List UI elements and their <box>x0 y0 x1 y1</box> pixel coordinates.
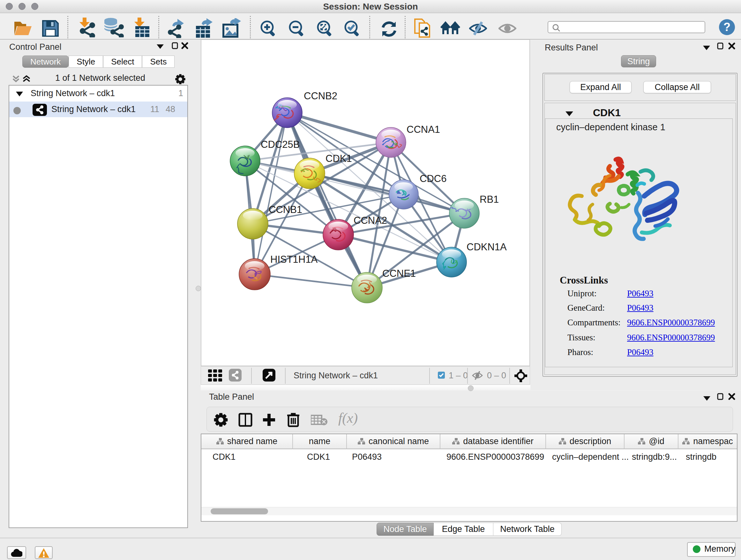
svg-text:CCNB1: CCNB1 <box>269 204 302 215</box>
svg-text:CCNE1: CCNE1 <box>382 268 416 279</box>
svg-text:CCNA1: CCNA1 <box>407 124 440 135</box>
svg-text:CDK1: CDK1 <box>326 153 352 164</box>
svg-text:CDC25B: CDC25B <box>261 139 300 150</box>
svg-text:HIST1H1A: HIST1H1A <box>270 254 318 265</box>
svg-text:CCNA2: CCNA2 <box>354 215 387 226</box>
svg-text:CDC6: CDC6 <box>420 173 447 184</box>
svg-text:?: ? <box>724 20 731 34</box>
svg-text:CCNB2: CCNB2 <box>304 90 337 102</box>
svg-text:RB1: RB1 <box>480 194 499 205</box>
svg-text:CDKN1A: CDKN1A <box>467 241 507 253</box>
